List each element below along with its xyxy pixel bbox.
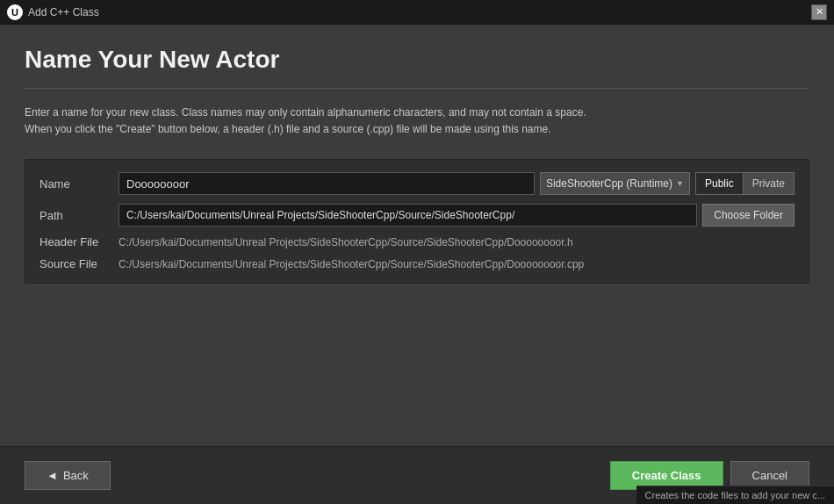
page-title: Name Your New Actor bbox=[25, 46, 809, 74]
source-file-value: C:/Users/kai/Documents/Unreal Projects/S… bbox=[119, 258, 794, 270]
title-bar-left: U Add C++ Class bbox=[7, 4, 99, 20]
runtime-label: SideShooterCpp (Runtime) bbox=[546, 177, 672, 190]
description: Enter a name for your new class. Class n… bbox=[25, 104, 809, 138]
public-button[interactable]: Public bbox=[696, 173, 743, 194]
name-input-wrapper: SideShooterCpp (Runtime) ▼ Public Privat… bbox=[119, 172, 794, 195]
description-line2: When you click the "Create" button below… bbox=[25, 121, 809, 138]
header-file-row: Header File C:/Users/kai/Documents/Unrea… bbox=[40, 235, 794, 248]
main-content: Name Your New Actor Enter a name for you… bbox=[0, 25, 834, 299]
path-row: Path Choose Folder bbox=[40, 204, 794, 227]
public-private-group: Public Private bbox=[695, 172, 794, 195]
path-label: Path bbox=[40, 209, 119, 222]
back-label: Back bbox=[63, 469, 89, 482]
dropdown-arrow-icon: ▼ bbox=[676, 179, 684, 188]
choose-folder-button[interactable]: Choose Folder bbox=[702, 204, 794, 227]
name-label: Name bbox=[40, 177, 119, 191]
title-bar: U Add C++ Class ✕ bbox=[0, 0, 834, 25]
header-file-label: Header File bbox=[40, 235, 119, 248]
header-file-value: C:/Users/kai/Documents/Unreal Projects/S… bbox=[119, 236, 794, 248]
ue-logo-icon: U bbox=[7, 4, 23, 20]
tooltip-text: Creates the code files to add your new c… bbox=[645, 490, 825, 500]
source-file-row: Source File C:/Users/kai/Documents/Unrea… bbox=[40, 257, 794, 270]
source-file-label: Source File bbox=[40, 257, 119, 270]
name-row: Name SideShooterCpp (Runtime) ▼ Public P… bbox=[40, 172, 794, 195]
back-arrow-icon: ◄ bbox=[47, 469, 58, 482]
name-input[interactable] bbox=[119, 172, 535, 195]
tooltip-bar: Creates the code files to add your new c… bbox=[636, 486, 834, 504]
path-input-wrapper: Choose Folder bbox=[119, 204, 794, 227]
form-section: Name SideShooterCpp (Runtime) ▼ Public P… bbox=[25, 159, 809, 284]
runtime-dropdown[interactable]: SideShooterCpp (Runtime) ▼ bbox=[540, 172, 690, 195]
window-title: Add C++ Class bbox=[28, 6, 99, 18]
footer-left: ◄ Back bbox=[25, 461, 111, 490]
description-line1: Enter a name for your new class. Class n… bbox=[25, 104, 809, 121]
private-button[interactable]: Private bbox=[743, 173, 794, 194]
path-input[interactable] bbox=[119, 204, 697, 227]
back-button[interactable]: ◄ Back bbox=[25, 461, 111, 490]
close-button[interactable]: ✕ bbox=[811, 4, 827, 20]
separator bbox=[25, 88, 809, 89]
